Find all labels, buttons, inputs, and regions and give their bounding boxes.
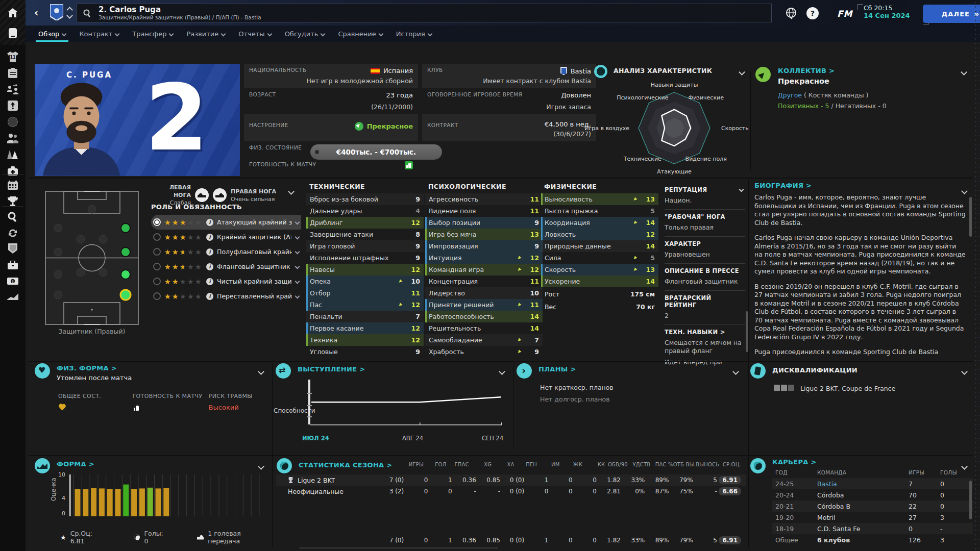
svg-text:$: $ — [12, 280, 14, 284]
player-search-box[interactable]: 2. Carlos Puga Защитник/Крайний защитник… — [77, 4, 772, 22]
stats-row[interactable]: Ligue 2 BKT7 (0)010.360.850 (0)1001.8233… — [276, 474, 746, 486]
staff-icon[interactable] — [0, 131, 26, 146]
scrollbar[interactable] — [969, 481, 972, 519]
sync-icon[interactable] — [0, 226, 26, 241]
attr-value: 14 — [526, 324, 539, 332]
career-row[interactable]: 24-25Bastia70 — [772, 478, 973, 489]
help-icon[interactable]: ? — [806, 7, 819, 19]
role-row[interactable]: ★★★★★★★★★★iФланговый защитник (Ат) — [151, 259, 301, 274]
fitness-title-link[interactable]: ФИЗ. ФОРМА > — [57, 364, 132, 372]
league-icon[interactable] — [0, 241, 26, 256]
role-radio[interactable] — [153, 263, 161, 270]
attr-value: 11 — [526, 195, 539, 203]
stats-row[interactable]: Неофициальные3 (2)00--0 (0)0002.810%87%7… — [276, 486, 746, 497]
collective-title-link[interactable]: КОЛЛЕКТИВ > — [778, 67, 972, 74]
attr-name: Первое касание — [310, 324, 407, 332]
tab-1[interactable]: Контракт — [72, 26, 126, 42]
collective-other-link[interactable]: Другое — [778, 91, 802, 99]
recruitment-icon[interactable] — [0, 98, 26, 113]
inbox-icon[interactable] — [0, 26, 26, 41]
attr-name: Самообладание — [429, 336, 518, 344]
club-ball-icon[interactable] — [0, 114, 26, 130]
section-value: Только правая — [665, 223, 745, 232]
chevron-down-icon[interactable] — [295, 279, 300, 284]
schedule-icon[interactable] — [0, 178, 26, 193]
star-icon: ★★ — [180, 263, 187, 271]
world-icon[interactable] — [785, 7, 797, 19]
tactics-icon[interactable] — [0, 65, 26, 81]
role-radio[interactable] — [153, 292, 161, 300]
role-radio[interactable] — [153, 218, 161, 226]
team-name: C.D. Santa Fe — [817, 525, 909, 533]
attr-value: 14 — [526, 313, 539, 320]
plans-title-link[interactable]: ПЛАНЫ > — [538, 365, 576, 373]
role-row[interactable]: ★★★★★★★★★★iПолуфланговый крайний за... — [151, 244, 301, 259]
career-row[interactable]: 20-21Córdoba B220 — [772, 500, 973, 512]
horizontal-scrollbar[interactable] — [299, 547, 498, 549]
stats-icon[interactable] — [0, 289, 26, 304]
crest-spinner[interactable] — [66, 6, 72, 19]
scrollbar[interactable] — [969, 197, 972, 237]
team-name[interactable]: Bastia — [817, 480, 909, 488]
role-radio[interactable] — [153, 248, 161, 256]
player-info-grid: НАЦИОНАЛЬНОСТЬ Испания Нет игр в молодеж… — [244, 64, 596, 176]
medical-icon[interactable] — [0, 163, 26, 179]
finances-icon[interactable]: $ — [0, 273, 26, 289]
chevron-down-icon[interactable] — [295, 264, 300, 269]
club-value[interactable]: Bastia — [571, 67, 591, 75]
biography-title-link[interactable]: БИОГРАФИЯ > — [754, 182, 973, 189]
career-row[interactable]: 20-24Córdoba700 — [772, 489, 973, 500]
role-stars: ★★★★★★★★★★ — [164, 248, 203, 256]
home-icon[interactable] — [0, 5, 26, 20]
transfers-icon[interactable] — [0, 82, 26, 97]
attr-row: Дальние удары4 — [306, 205, 424, 217]
role-stars: ★★★★★★★★★★ — [164, 278, 203, 286]
training-icon[interactable] — [0, 147, 26, 162]
career-row[interactable]: Общее6 клубов1263 — [772, 534, 973, 545]
role-row[interactable]: ★★★★★★★★★★iПереставленный крайний за... — [151, 289, 301, 304]
season-stats-title-link[interactable]: СТАТИСТИКА СЕЗОНА > — [299, 461, 393, 469]
goals-count: Голы: 0 — [144, 530, 167, 545]
form-title-link[interactable]: ФОРМА > — [57, 460, 94, 468]
role-row[interactable]: ★★★★★★★★★★iКрайний защитник (Ат) — [151, 230, 301, 244]
fitness-panel: ФИЗ. ФОРМА > Утомлен после матча ОБЩЕЕ С… — [35, 363, 270, 453]
stat-total-value: 0.85 — [476, 537, 500, 544]
stat-total-value: 79% — [669, 537, 693, 544]
stat-value: 0 — [548, 477, 572, 484]
competitions-icon[interactable] — [0, 194, 26, 209]
role-row[interactable]: ★★★★★★★★★★iАтакующий крайний защитн... — [151, 215, 301, 230]
chevron-down-icon[interactable] — [295, 249, 300, 255]
squad-icon[interactable]: 11 — [0, 49, 26, 64]
continue-button[interactable]: ДАЛЕЕ » — [923, 5, 980, 23]
chevron-down-icon[interactable] — [295, 220, 300, 225]
club-crest-icon[interactable] — [50, 4, 63, 20]
career-goals: 3 — [940, 514, 970, 521]
xlabel-jul[interactable]: ИЮЛ 24 — [302, 435, 329, 442]
back-button[interactable]: ‹ — [30, 6, 43, 19]
attr-row: Решительность14 — [425, 322, 543, 334]
performance-title-link[interactable]: ВЫСТУПЛЕНИЕ > — [298, 365, 365, 373]
scouting-icon[interactable] — [0, 209, 26, 224]
career-row[interactable]: 18-19C.D. Santa Fe0- — [772, 523, 973, 534]
attr-name: Пенальти — [310, 313, 407, 320]
tab-2[interactable]: Трансфер — [126, 26, 180, 42]
job-icon[interactable] — [0, 257, 26, 272]
club-row: КЛУБ Bastia Имеет контракт с клубом Bast… — [422, 64, 596, 88]
attr-name: Навесы — [310, 266, 407, 273]
tab-7[interactable]: История — [389, 26, 438, 42]
tab-6[interactable]: Сравнение — [331, 26, 389, 42]
role-radio[interactable] — [153, 278, 161, 285]
career-title-link[interactable]: КАРЬЕРА > — [772, 458, 973, 466]
tab-4[interactable]: Отчеты — [232, 26, 278, 42]
chevron-down-icon[interactable] — [295, 235, 300, 240]
chevron-down-icon[interactable] — [66, 12, 73, 19]
tab-0[interactable]: Обзор — [32, 26, 72, 42]
chevron-down-icon[interactable] — [295, 294, 300, 299]
collapse-chevron[interactable] — [288, 188, 295, 195]
tab-5[interactable]: Обсудить — [278, 26, 332, 42]
career-row[interactable]: 19-20Motril273 — [772, 512, 973, 523]
nationality-value[interactable]: Испания — [383, 67, 413, 74]
tab-3[interactable]: Развитие — [180, 26, 232, 42]
role-radio[interactable] — [153, 233, 161, 241]
role-row[interactable]: ★★★★★★★★★★iЧистый крайний защитник (З... — [151, 274, 301, 289]
